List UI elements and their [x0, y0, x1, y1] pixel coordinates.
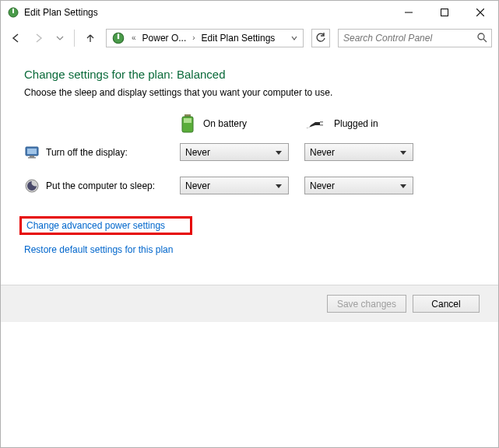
cancel-button[interactable]: Cancel	[413, 295, 480, 313]
page-heading: Change settings for the plan: Balanced	[24, 68, 498, 81]
window-title: Edit Plan Settings	[24, 7, 391, 18]
column-header-battery: On battery	[180, 114, 304, 134]
forward-button[interactable]	[29, 29, 47, 47]
titlebar: Edit Plan Settings	[1, 1, 498, 24]
display-battery-dropdown[interactable]: Never	[180, 143, 289, 161]
svg-rect-12	[184, 118, 192, 123]
app-icon	[7, 6, 19, 19]
svg-rect-1	[12, 9, 14, 13]
breadcrumb-back-icon[interactable]: «	[128, 33, 139, 42]
address-dropdown-icon[interactable]	[287, 35, 301, 41]
nav-toolbar: « Power O... › Edit Plan Settings	[1, 24, 498, 52]
search-input[interactable]	[339, 33, 473, 44]
highlight-box: Change advanced power settings	[19, 216, 192, 235]
svg-line-9	[483, 39, 487, 42]
breadcrumb-seg-1[interactable]: Power O...	[139, 33, 190, 44]
svg-rect-7	[118, 33, 119, 39]
column-label-battery: On battery	[203, 118, 247, 129]
maximize-button[interactable]	[427, 1, 462, 24]
page-subtext: Choose the sleep and display settings th…	[24, 87, 498, 98]
chevron-right-icon[interactable]: ›	[189, 33, 198, 42]
svg-rect-14	[320, 124, 323, 126]
back-button[interactable]	[7, 29, 26, 47]
display-icon	[24, 145, 40, 160]
save-button[interactable]: Save changes	[327, 295, 406, 313]
address-bar[interactable]: « Power O... › Edit Plan Settings	[106, 29, 304, 47]
refresh-button[interactable]	[311, 29, 330, 47]
restore-defaults-link[interactable]: Restore default settings for this plan	[24, 244, 173, 255]
svg-rect-17	[30, 156, 34, 157]
setting-row-sleep: Put the computer to sleep: Never Never	[24, 177, 498, 194]
column-label-plugged: Plugged in	[334, 118, 378, 129]
sleep-icon	[24, 178, 40, 194]
column-header-plugged: Plugged in	[304, 114, 429, 134]
advanced-settings-link[interactable]: Change advanced power settings	[22, 220, 165, 231]
display-plugged-dropdown[interactable]: Never	[304, 143, 413, 161]
sleep-plugged-dropdown[interactable]: Never	[304, 177, 413, 194]
search-icon[interactable]	[473, 33, 491, 43]
content-area: Change settings for the plan: Balanced C…	[1, 52, 498, 255]
svg-rect-16	[27, 149, 37, 154]
breadcrumb-seg-2[interactable]: Edit Plan Settings	[199, 33, 279, 44]
svg-rect-13	[320, 121, 323, 123]
empty-area	[1, 322, 498, 447]
svg-point-8	[478, 33, 484, 40]
svg-rect-3	[441, 9, 448, 16]
minimize-button[interactable]	[391, 1, 427, 24]
address-icon	[111, 31, 125, 45]
search-box[interactable]	[338, 29, 492, 47]
battery-icon	[180, 114, 195, 134]
recent-dropdown[interactable]	[51, 29, 69, 47]
close-button[interactable]	[462, 1, 498, 24]
footer-bar: Save changes Cancel	[1, 285, 498, 322]
svg-rect-18	[28, 157, 36, 159]
plug-icon	[304, 116, 326, 131]
setting-label-display: Turn off the display:	[46, 147, 128, 158]
up-button[interactable]	[83, 30, 98, 46]
setting-row-display: Turn off the display: Never Never	[24, 143, 498, 161]
setting-label-sleep: Put the computer to sleep:	[46, 180, 155, 191]
sleep-battery-dropdown[interactable]: Never	[180, 177, 289, 194]
